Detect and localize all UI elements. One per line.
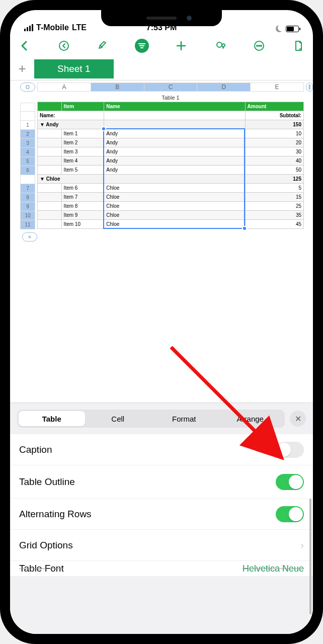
- toggle-caption[interactable]: [276, 442, 304, 458]
- table-row[interactable]: Item 10Chloe45: [38, 220, 304, 229]
- row-header[interactable]: 3: [20, 139, 35, 148]
- table-row[interactable]: Item 8Chloe25: [38, 202, 304, 211]
- table-row[interactable]: Item 7Chloe15: [38, 193, 304, 202]
- label-subtotal[interactable]: Subtotal:: [245, 111, 303, 120]
- cell-name[interactable]: Andy: [104, 129, 245, 138]
- cell-item[interactable]: Item 3: [61, 147, 104, 156]
- row-header[interactable]: 10: [20, 211, 35, 220]
- cell-amount[interactable]: 45: [245, 220, 303, 229]
- cell-amount[interactable]: 15: [245, 193, 303, 202]
- col-header-item[interactable]: Item: [61, 102, 104, 111]
- row-alternating-rows[interactable]: Alternating Rows: [10, 499, 313, 530]
- spreadsheet[interactable]: O ABCDE ǁ 1234567891011 Table 1 Item Nam…: [10, 80, 313, 242]
- cell-name[interactable]: Chloe: [104, 193, 245, 202]
- cell-name[interactable]: Andy: [104, 147, 245, 156]
- add-column-handle[interactable]: ǁ: [306, 83, 313, 92]
- cell-amount[interactable]: 30: [245, 147, 303, 156]
- table[interactable]: Item Name Amount Name:Subtotal:▼ Andy150…: [37, 102, 304, 229]
- cell[interactable]: [38, 211, 62, 220]
- select-all-handle[interactable]: O: [20, 83, 35, 92]
- table-row[interactable]: Item 3Andy30: [38, 147, 304, 156]
- toggle-table-outline[interactable]: [276, 474, 304, 490]
- cell-name[interactable]: Chloe: [104, 202, 245, 211]
- row-header[interactable]: 5: [20, 157, 35, 166]
- row-header[interactable]: 2: [20, 130, 35, 139]
- more-button[interactable]: [252, 38, 267, 53]
- sheet-tab-active[interactable]: Sheet 1: [34, 59, 114, 78]
- col-header-amount[interactable]: Amount: [245, 102, 303, 111]
- table-row[interactable]: Name:Subtotal:: [38, 111, 304, 120]
- back-button[interactable]: [17, 38, 32, 53]
- table-row[interactable]: Item 2Andy20: [38, 138, 304, 147]
- add-row-handle[interactable]: =: [22, 232, 37, 242]
- table-row[interactable]: Item 1Andy10: [38, 129, 304, 138]
- insert-button[interactable]: [174, 38, 189, 53]
- table-row[interactable]: ▼ Andy150: [38, 120, 304, 129]
- panel-tab-format[interactable]: Format: [151, 411, 217, 426]
- cell-item[interactable]: Item 5: [61, 166, 104, 175]
- group-toggle[interactable]: ▼ Chloe: [38, 175, 104, 184]
- cell-name[interactable]: Chloe: [104, 220, 245, 229]
- cell[interactable]: [38, 184, 62, 193]
- cell-name[interactable]: Chloe: [104, 184, 245, 193]
- format-brush-button[interactable]: [95, 38, 110, 53]
- toggle-alternating-rows[interactable]: [276, 506, 304, 522]
- row-caption[interactable]: Caption: [10, 434, 313, 465]
- panel-tab-table[interactable]: Table: [19, 411, 85, 426]
- cell[interactable]: [38, 147, 62, 156]
- col-header-name[interactable]: Name: [104, 102, 245, 111]
- row-header[interactable]: 4: [20, 148, 35, 157]
- cell-name[interactable]: Chloe: [104, 211, 245, 220]
- cell-name[interactable]: Andy: [104, 156, 245, 166]
- cell-name[interactable]: Andy: [104, 138, 245, 147]
- column-header-b[interactable]: B: [91, 83, 144, 92]
- col-header-blank[interactable]: [38, 102, 62, 111]
- cell-amount[interactable]: 50: [245, 166, 303, 175]
- table-row[interactable]: Item 9Chloe35: [38, 211, 304, 220]
- row-grid-options[interactable]: Grid Options ›: [10, 530, 313, 561]
- cell[interactable]: [38, 138, 62, 147]
- cell[interactable]: [38, 156, 62, 166]
- panel-tab-cell[interactable]: Cell: [85, 411, 151, 426]
- group-toggle[interactable]: ▼ Andy: [38, 120, 104, 129]
- label-name[interactable]: Name:: [38, 111, 104, 120]
- document-button[interactable]: [291, 38, 306, 53]
- row-header[interactable]: 11: [20, 220, 35, 229]
- undo-button[interactable]: [56, 38, 71, 53]
- row-header[interactable]: 8: [20, 193, 35, 202]
- cell[interactable]: [38, 193, 62, 202]
- row-header[interactable]: 1: [20, 121, 35, 130]
- cell-amount[interactable]: 25: [245, 202, 303, 211]
- group-subtotal[interactable]: 125: [245, 175, 303, 184]
- row-header[interactable]: 9: [20, 202, 35, 211]
- cell[interactable]: [38, 166, 62, 175]
- table-row[interactable]: ▼ Chloe125: [38, 175, 304, 184]
- cell-amount[interactable]: 20: [245, 138, 303, 147]
- cell-item[interactable]: Item 2: [61, 138, 104, 147]
- row-table-font[interactable]: Table Font Helvetica Neue: [10, 561, 313, 576]
- table-row[interactable]: Item 6Chloe5: [38, 184, 304, 193]
- cell-name[interactable]: Andy: [104, 166, 245, 175]
- add-sheet-button[interactable]: +: [10, 57, 34, 80]
- cell[interactable]: [104, 120, 245, 129]
- cell-item[interactable]: Item 4: [61, 156, 104, 166]
- column-header-e[interactable]: E: [251, 83, 304, 92]
- column-header-d[interactable]: D: [197, 83, 251, 92]
- cell-item[interactable]: Item 9: [61, 211, 104, 220]
- table-row[interactable]: Item 5Andy50: [38, 166, 304, 175]
- cell-item[interactable]: Item 7: [61, 193, 104, 202]
- cell[interactable]: [38, 129, 62, 138]
- cell[interactable]: [38, 202, 62, 211]
- cell[interactable]: [104, 175, 245, 184]
- cell-item[interactable]: Item 10: [61, 220, 104, 229]
- share-button[interactable]: [213, 38, 228, 53]
- group-subtotal[interactable]: 150: [245, 120, 303, 129]
- cell-item[interactable]: Item 8: [61, 202, 104, 211]
- cell-item[interactable]: Item 6: [61, 184, 104, 193]
- panel-tab-arrange[interactable]: Arrange: [217, 411, 284, 426]
- cell[interactable]: [38, 220, 62, 229]
- panel-close-button[interactable]: ✕: [290, 411, 306, 427]
- row-header[interactable]: 7: [20, 184, 35, 193]
- cell-amount[interactable]: 10: [245, 129, 303, 138]
- cell-amount[interactable]: 40: [245, 156, 303, 166]
